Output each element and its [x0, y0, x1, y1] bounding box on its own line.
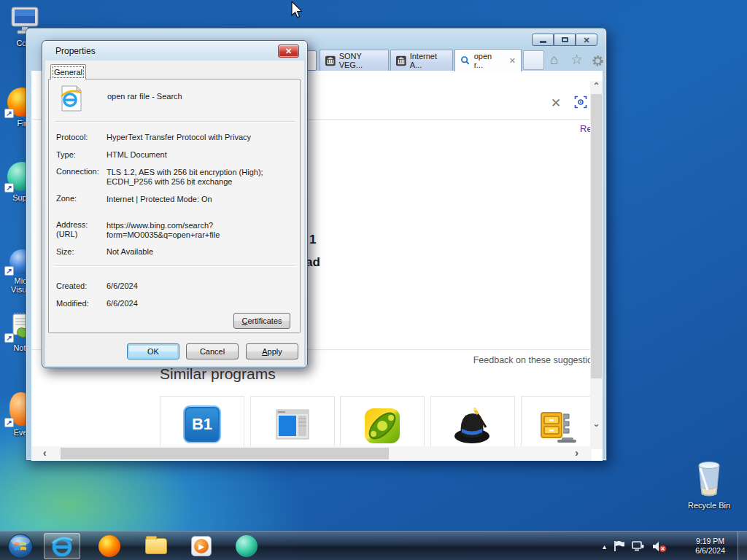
taskbar-firefox-button[interactable]: [93, 533, 125, 559]
taskbar-teal-app-button[interactable]: [231, 533, 263, 559]
tab-label: SONY VEG...: [339, 52, 383, 69]
tab-internet-archive[interactable]: Internet A...: [390, 50, 453, 71]
taskbar-clock[interactable]: 9:19 PM 6/6/2024: [695, 537, 725, 556]
field-label: Modified:: [56, 299, 89, 308]
archive-building-icon: [325, 55, 336, 66]
field-value: TLS 1.2, AES with 256 bit encryption (Hi…: [107, 168, 263, 187]
show-desktop-button[interactable]: [738, 532, 747, 560]
scroll-right-icon[interactable]: ›: [575, 447, 578, 459]
field-value: 6/6/2024: [107, 281, 138, 291]
tab-label: Internet A...: [410, 52, 447, 69]
horizontal-scrollbar[interactable]: ‹ ›: [31, 446, 592, 461]
horizontal-scroll-thumb[interactable]: [61, 448, 389, 459]
dialog-close-button[interactable]: ✕: [278, 44, 299, 58]
search-icon: [460, 55, 471, 66]
field-value: Not Available: [107, 247, 153, 257]
clear-search-icon[interactable]: ✕: [551, 96, 561, 111]
tray-expand-icon[interactable]: ▴: [603, 542, 606, 551]
dialog-title: Properties: [55, 46, 96, 56]
separator: [55, 265, 295, 267]
recycle-bin-icon: [687, 456, 731, 499]
ie-document-icon: [59, 85, 84, 114]
separator: [55, 121, 295, 122]
properties-dialog: Properties ✕ General open rar file - Sea…: [42, 40, 308, 368]
scroll-up-icon[interactable]: ⌃: [591, 81, 602, 91]
apply-button[interactable]: Apply: [246, 343, 298, 359]
shortcut-arrow-icon: ↗: [4, 109, 14, 118]
taskbar-ie-button[interactable]: [44, 533, 80, 559]
field-label: Address: (URL): [56, 220, 88, 239]
system-tray: ▴: [603, 532, 667, 560]
field-label: Zone:: [56, 194, 77, 203]
minimize-button[interactable]: [532, 34, 554, 46]
new-tab-button[interactable]: [523, 50, 544, 70]
feedback-link[interactable]: Feedback on these suggestio: [473, 355, 592, 365]
visual-search-camera-icon[interactable]: [574, 96, 587, 112]
taskbar-media-player-button[interactable]: ▶: [185, 533, 217, 559]
field-label: Type:: [56, 150, 76, 159]
clock-time: 9:19 PM: [695, 537, 725, 546]
b1-archiver-icon: B1: [183, 405, 221, 443]
tab-close-icon[interactable]: ✕: [509, 56, 516, 66]
archive-building-icon: [396, 55, 406, 66]
field-value: HTML Document: [107, 150, 167, 160]
internet-explorer-icon: [50, 534, 74, 558]
tab-general[interactable]: General: [50, 64, 86, 79]
favorites-star-icon[interactable]: ☆: [570, 52, 583, 67]
shortcut-arrow-icon: ↗: [4, 333, 14, 343]
peazip-icon: [362, 405, 403, 446]
general-tab-panel: open rar file - Search Protocol: HyperTe…: [48, 79, 301, 333]
scroll-left-icon[interactable]: ‹: [43, 447, 47, 459]
certificates-button[interactable]: Certificates: [233, 313, 290, 329]
field-value: 6/6/2024: [107, 299, 138, 308]
field-value: https://www.bing.com/search? form=MO0035…: [107, 221, 220, 240]
desktop-icon-recycle-bin[interactable]: Recycle Bin: [687, 456, 731, 510]
start-button[interactable]: [4, 533, 36, 559]
dialog-client-area: General open rar file - Search Protocol:…: [45, 61, 304, 366]
field-label: Connection:: [56, 167, 99, 176]
result-text-fragment: 1: [309, 233, 316, 247]
field-label: Size:: [56, 247, 74, 256]
taskbar: ▶ ▴ 9:19 PM 6/6/2024: [0, 531, 747, 560]
teal-app-icon: [236, 535, 258, 557]
magic-hat-icon: [451, 405, 495, 446]
ok-button[interactable]: OK: [127, 343, 179, 359]
tab-label: open r...: [474, 52, 503, 69]
scroll-down-icon[interactable]: ⌄: [591, 419, 602, 429]
cancel-button[interactable]: Cancel: [186, 343, 239, 359]
shortcut-arrow-icon: ↗: [4, 266, 14, 276]
settings-gear-icon[interactable]: [591, 54, 605, 71]
clock-date: 6/6/2024: [695, 546, 725, 556]
vertical-scroll-thumb[interactable]: [591, 94, 602, 378]
tab-sony-vegas[interactable]: SONY VEG...: [320, 50, 389, 71]
shortcut-arrow-icon: ↗: [4, 183, 14, 192]
field-value: Internet | Protected Mode: On: [107, 195, 212, 204]
folder-icon: [145, 538, 167, 554]
document-title: open rar file - Search: [107, 92, 182, 101]
field-value: HyperText Transfer Protocol with Privacy: [107, 133, 251, 142]
action-center-flag-icon[interactable]: [613, 540, 625, 552]
firefox-icon: [98, 535, 120, 557]
mouse-cursor: [291, 1, 306, 23]
media-player-icon: ▶: [191, 536, 212, 556]
window-app-icon: [272, 405, 313, 443]
home-icon[interactable]: ⌂: [550, 52, 558, 67]
window-controls: ✕: [532, 34, 597, 46]
field-label: Created:: [56, 281, 87, 290]
vertical-scrollbar[interactable]: ⌃ ⌄: [590, 81, 603, 449]
close-button[interactable]: ✕: [576, 34, 597, 46]
shortcut-arrow-icon: ↗: [4, 418, 14, 427]
taskbar-explorer-button[interactable]: [140, 533, 172, 559]
desktop-icon-label: Recycle Bin: [687, 501, 731, 510]
volume-muted-icon[interactable]: [652, 540, 667, 553]
winzip-icon: [535, 405, 578, 446]
field-label: Protocol:: [56, 133, 88, 141]
tab-open-rar-active[interactable]: open r... ✕: [454, 49, 522, 71]
maximize-button[interactable]: [554, 34, 576, 46]
windows-start-orb-icon: [7, 533, 34, 559]
network-icon[interactable]: [632, 540, 646, 552]
